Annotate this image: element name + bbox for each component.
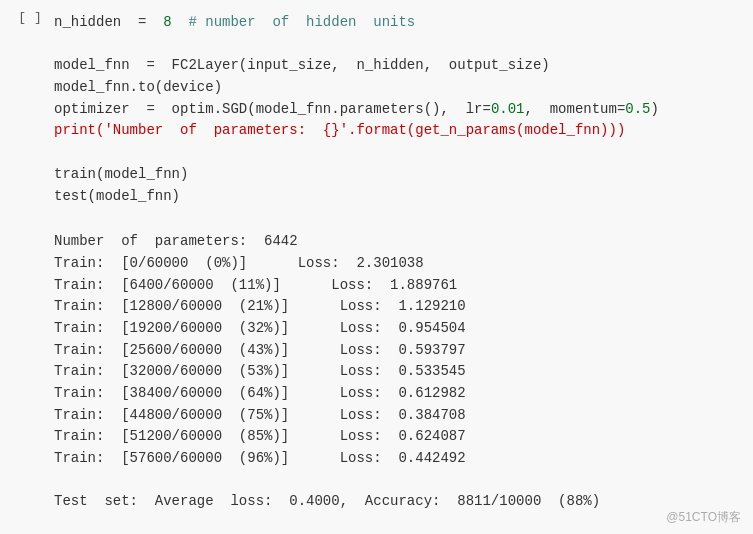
output-line: Train: [38400/60000 (64%)] Loss: 0.61298… [54, 383, 743, 405]
code-text: model_fnn.to(device) [54, 79, 222, 95]
output-line: Train: [44800/60000 (75%)] Loss: 0.38470… [54, 405, 743, 427]
output-line: Train: [0/60000 (0%)] Loss: 2.301038 [54, 253, 743, 275]
code-line: model_fnn = FC2Layer(input_size, n_hidde… [54, 55, 743, 77]
code-line: model_fnn.to(device) [54, 77, 743, 99]
output-line: Train: [12800/60000 (21%)] Loss: 1.12921… [54, 296, 743, 318]
output-line [54, 470, 743, 492]
output-line: Train: [57600/60000 (96%)] Loss: 0.44249… [54, 448, 743, 470]
output-line: Train: [25600/60000 (43%)] Loss: 0.59379… [54, 340, 743, 362]
code-comment: # number of hidden units [188, 14, 415, 30]
watermark: @51CTO博客 [666, 509, 741, 526]
code-text: ) [651, 101, 659, 117]
code-line: print('Number of parameters: {}'.format(… [54, 120, 743, 142]
output-line-test: Test set: Average loss: 0.4000, Accuracy… [54, 491, 743, 513]
output-line: Train: [51200/60000 (85%)] Loss: 0.62408… [54, 426, 743, 448]
code-line: test(model_fnn) [54, 186, 743, 208]
cell-bracket: [ ] [10, 8, 50, 526]
output-line: Train: [19200/60000 (32%)] Loss: 0.95450… [54, 318, 743, 340]
code-line [54, 34, 743, 56]
code-line [54, 142, 743, 164]
code-text: n_hidden = [54, 14, 163, 30]
code-text [172, 14, 189, 30]
code-line: n_hidden = 8 # number of hidden units [54, 12, 743, 34]
bracket-label: [ ] [18, 10, 41, 25]
code-string: print('Number of parameters: {}'.format(… [54, 122, 625, 138]
code-text: test(model_fnn) [54, 188, 180, 204]
code-text: optimizer = optim.SGD(model_fnn.paramete… [54, 101, 491, 117]
code-text: , momentum= [524, 101, 625, 117]
cell-content[interactable]: n_hidden = 8 # number of hidden units mo… [50, 8, 743, 526]
output-line: Number of parameters: 6442 [54, 231, 743, 253]
output-block: Number of parameters: 6442 Train: [0/600… [54, 223, 743, 517]
notebook-cell: [ ] n_hidden = 8 # number of hidden unit… [0, 0, 753, 534]
code-line: train(model_fnn) [54, 164, 743, 186]
code-text: train(model_fnn) [54, 166, 188, 182]
code-number: 0.01 [491, 101, 525, 117]
code-text: model_fnn = FC2Layer(input_size, n_hidde… [54, 57, 550, 73]
code-number: 8 [163, 14, 171, 30]
output-line: Train: [6400/60000 (11%)] Loss: 1.889761 [54, 275, 743, 297]
code-block: n_hidden = 8 # number of hidden units mo… [54, 8, 743, 223]
code-line: optimizer = optim.SGD(model_fnn.paramete… [54, 99, 743, 121]
code-number: 0.5 [625, 101, 650, 117]
output-line: Train: [32000/60000 (53%)] Loss: 0.53354… [54, 361, 743, 383]
